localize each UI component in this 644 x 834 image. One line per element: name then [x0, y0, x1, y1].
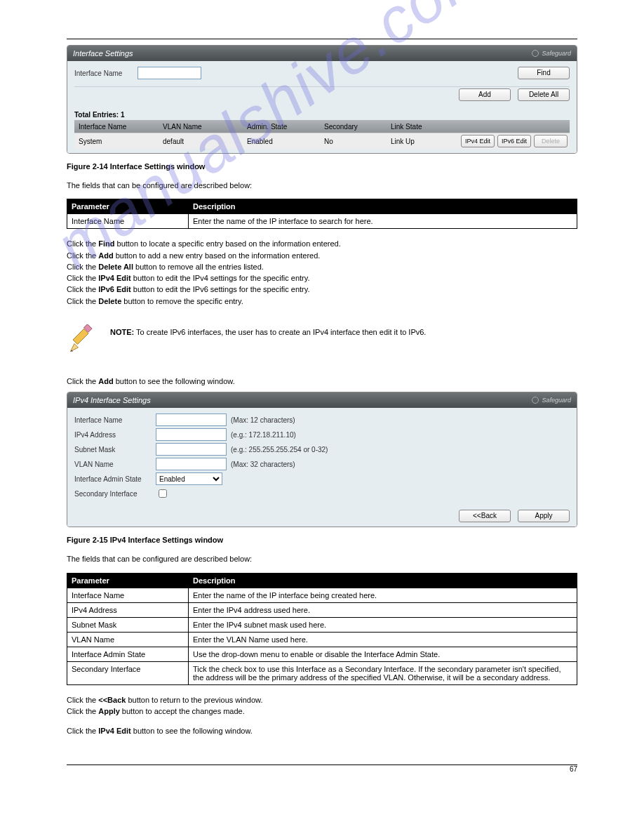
- hint-ipv4-address: (e.g.: 172.18.211.10): [231, 431, 296, 439]
- figure-caption-2: Figure 2-15 IPv4 Interface Settings wind…: [67, 536, 577, 544]
- note-text: NOTE: To create IPv6 interfaces, the use…: [110, 324, 426, 338]
- apply-button[interactable]: Apply: [518, 510, 570, 522]
- ipv4edit-desc: Click the IPv4 Edit button to edit the I…: [67, 273, 577, 283]
- shield-icon: [532, 397, 539, 404]
- lbl-interface-name: Interface Name: [74, 416, 156, 424]
- interfaces-table: Interface Name VLAN Name Admin. State Se…: [74, 120, 570, 149]
- ptable1-desc: Enter the name of the IP interface to se…: [189, 214, 577, 229]
- cell-secondary: No: [324, 138, 391, 145]
- shield-icon: [532, 50, 539, 57]
- col-interface-name: Interface Name: [79, 123, 163, 131]
- hint-subnet-mask: (e.g.: 255.255.255.254 or 0-32): [231, 446, 328, 454]
- panel-title: Interface Settings: [73, 49, 133, 58]
- subnet-mask-field[interactable]: [156, 443, 227, 456]
- panel-header-2: IPv4 Interface Settings Safeguard: [67, 392, 577, 408]
- interface-name-label: Interface Name: [74, 70, 137, 77]
- delete-all-button[interactable]: Delete All: [518, 88, 570, 101]
- add-button[interactable]: Add: [459, 88, 511, 101]
- lbl-ipv4-address: IPv4 Address: [74, 431, 156, 439]
- col-link-state: Link State: [391, 123, 461, 131]
- back-desc: Click the <<Back button to return to the…: [67, 695, 577, 705]
- cell-vlan-name: default: [163, 138, 247, 145]
- ipv6-edit-button[interactable]: IPv6 Edit: [497, 135, 531, 147]
- add-lead: Click the Add button to see the followin…: [67, 376, 577, 386]
- add-desc: Click the Add button to add a new entry …: [67, 251, 577, 260]
- parameter-table-2: Parameter Description Interface NameEnte…: [67, 573, 577, 685]
- ptable1-param: Interface Name: [67, 214, 189, 229]
- table-row: System default Enabled No Link Up IPv4 E…: [74, 133, 570, 149]
- panel-header: Interface Settings Safeguard: [67, 46, 577, 61]
- page-number: 67: [67, 765, 577, 779]
- back-button[interactable]: <<Back: [459, 510, 511, 522]
- safeguard-badge-2: Safeguard: [532, 397, 571, 404]
- ipv4-edit-button[interactable]: IPv4 Edit: [461, 135, 495, 147]
- cell-interface-name: System: [79, 138, 163, 145]
- ptable2-header-param: Parameter: [67, 573, 189, 588]
- col-secondary: Secondary: [324, 123, 391, 131]
- ipv6edit-desc: Click the IPv6 Edit button to edit the I…: [67, 284, 577, 294]
- figure-caption-1: Figure 2-14 Interface Settings window: [67, 162, 577, 171]
- hint-vlan-name: (Max: 32 characters): [231, 461, 295, 468]
- vlan-name-field[interactable]: [156, 458, 227, 470]
- col-vlan-name: VLAN Name: [163, 123, 247, 131]
- col-admin-state: Admin. State: [247, 123, 324, 131]
- lbl-subnet-mask: Subnet Mask: [74, 446, 156, 454]
- hint-interface-name: (Max: 12 characters): [231, 416, 295, 424]
- ipv4-interface-settings-panel: IPv4 Interface Settings Safeguard Interf…: [67, 392, 577, 527]
- interface-settings-panel: Interface Settings Safeguard Interface N…: [67, 45, 577, 154]
- find-button[interactable]: Find: [518, 67, 570, 79]
- parameter-table-1: Parameter Description Interface Name Ent…: [67, 199, 577, 229]
- admin-state-select[interactable]: Enabled: [156, 472, 222, 485]
- ipv4edit-lead: Click the IPv4 Edit button to see the fo…: [67, 726, 577, 736]
- interface-name-input[interactable]: [137, 67, 201, 79]
- apply-desc: Click the Apply button to accept the cha…: [67, 706, 577, 716]
- field-desc-intro: The fields that can be configured are de…: [67, 180, 577, 190]
- ptable1-header-desc: Description: [189, 199, 577, 214]
- lbl-vlan-name: VLAN Name: [74, 461, 156, 468]
- lbl-admin-state: Interface Admin State: [74, 475, 156, 483]
- delete-desc: Click the Delete button to remove the sp…: [67, 296, 577, 306]
- svg-rect-1: [73, 329, 88, 345]
- secondary-interface-checkbox[interactable]: [159, 489, 167, 498]
- panel-title-2: IPv4 Interface Settings: [73, 396, 151, 404]
- total-entries: Total Entries: 1: [74, 111, 570, 119]
- safeguard-badge: Safeguard: [532, 50, 571, 57]
- ptable1-header-param: Parameter: [67, 199, 189, 214]
- pencil-icon: [67, 324, 98, 355]
- deleteall-desc: Click the Delete All button to remove al…: [67, 262, 577, 272]
- find-desc: Click the Find button to locate a specif…: [67, 239, 577, 249]
- ipv4-address-field[interactable]: [156, 428, 227, 441]
- field-desc-intro-2: The fields that can be configured are de…: [67, 554, 577, 564]
- cell-admin-state: Enabled: [247, 138, 324, 145]
- interface-name-field[interactable]: [156, 413, 227, 426]
- lbl-secondary-interface: Secondary Interface: [74, 490, 156, 498]
- cell-link-state: Link Up: [391, 138, 461, 145]
- ptable2-header-desc: Description: [189, 573, 577, 588]
- delete-button[interactable]: Delete: [534, 135, 568, 147]
